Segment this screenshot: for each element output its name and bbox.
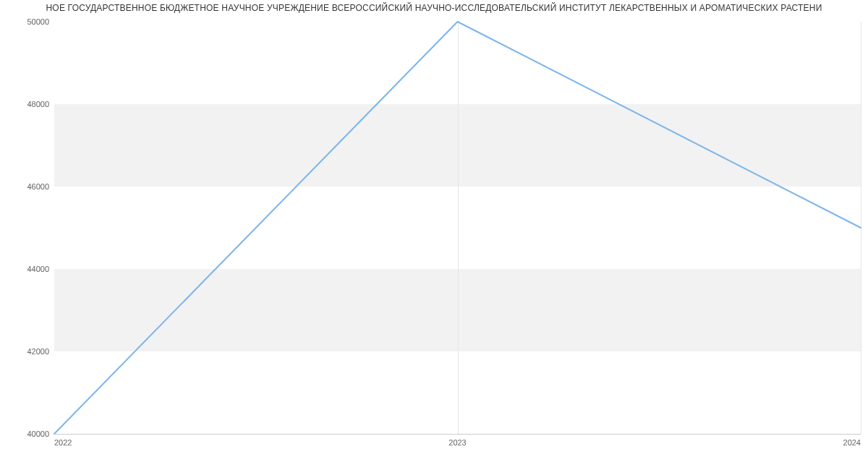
x-axis-line bbox=[54, 434, 861, 435]
chart-title: НОЕ ГОСУДАРСТВЕННОЕ БЮДЖЕТНОЕ НАУЧНОЕ УЧ… bbox=[0, 3, 868, 13]
y-tick-label: 40000 bbox=[27, 430, 49, 438]
y-tick-label: 48000 bbox=[27, 100, 49, 108]
x-tick-label: 2024 bbox=[843, 438, 861, 447]
y-tick-label: 44000 bbox=[27, 265, 49, 273]
x-tick-label: 2023 bbox=[448, 438, 466, 447]
series-svg bbox=[54, 22, 861, 434]
y-tick-label: 46000 bbox=[27, 182, 49, 191]
plot-area: 202220232024 bbox=[54, 22, 861, 434]
line-chart: НОЕ ГОСУДАРСТВЕННОЕ БЮДЖЕТНОЕ НАУЧНОЕ УЧ… bbox=[0, 0, 868, 470]
x-tick-label: 2022 bbox=[54, 438, 72, 447]
y-tick-label: 50000 bbox=[27, 17, 49, 26]
series-line bbox=[54, 22, 861, 434]
y-tick-label: 42000 bbox=[27, 347, 49, 356]
